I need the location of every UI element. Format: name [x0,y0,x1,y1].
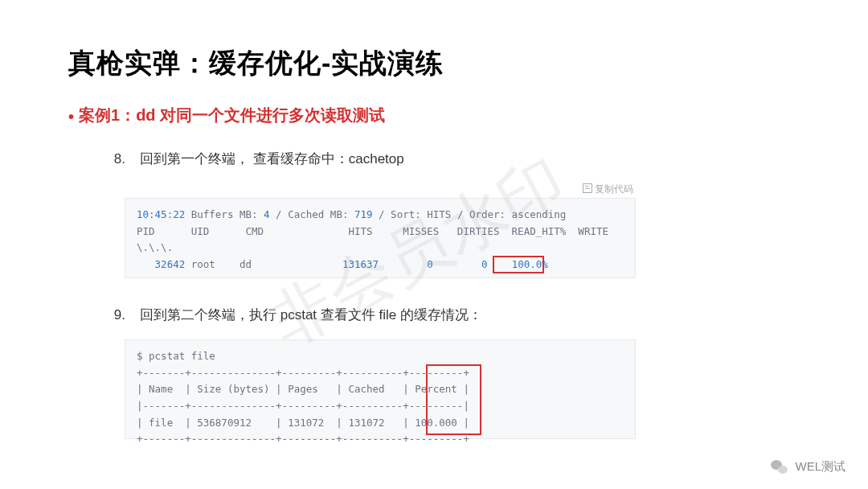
copy-label-1: 复制代码 [595,183,633,195]
code-block-pcstat: $ pcstat file +-------+--------------+--… [125,339,636,439]
code1-line1: 10:45:22 Buffers MB: 4 / Cached MB: 719 … [137,207,624,224]
wechat-icon [771,460,788,475]
code1-hits: 131637 [252,258,379,270]
step-9-number: 9. [103,307,125,323]
footer: WEL测试 [771,459,845,475]
code1-header: PID UID CMD HITS MISSES DIRTIES READ_HIT… [137,224,624,240]
code1-misses: 0 [379,258,433,270]
code2-sep-bot: +-------+--------------+---------+------… [137,431,624,448]
code1-pid: 32642 [137,258,185,270]
code1-tail: \.\.\. [137,240,624,257]
step-9-text: 回到第二个终端，执行 pcstat 查看文件 file 的缓存情况： [140,307,482,323]
step-8-number: 8. [103,151,125,167]
code1-user: root dd [185,258,252,270]
code1-row: 32642 root dd 131637 0 0 100.0% [137,257,624,273]
code1-buf-label: Buffers MB: [185,208,264,220]
copy-code-button-1[interactable]: 复制代码 [583,183,633,196]
code1-dirties: 0 [433,258,488,270]
case-subtitle: •案例1：dd 对同一个文件进行多次读取测试 [68,105,385,126]
code-block-cachetop: 复制代码 10:45:22 Buffers MB: 4 / Cached MB:… [125,198,636,278]
step-8: 8.回到第一个终端， 查看缓存命中：cachetop [103,150,404,168]
code1-sort: / Sort: HITS / Order: ascending [373,208,567,220]
code2-row: | file | 536870912 | 131072 | 131072 | 1… [137,415,624,432]
copy-icon [583,183,592,193]
step-9: 9.回到第二个终端，执行 pcstat 查看文件 file 的缓存情况： [103,306,482,324]
code2-hdr: | Name | Size (bytes) | Pages | Cached |… [137,381,624,398]
code1-timestamp: 10:45:22 [137,208,185,220]
footer-text: WEL测试 [795,459,845,475]
code1-cached: 719 [354,208,373,220]
subtitle-rest: 对同一个文件进行多次读取测试 [156,106,386,124]
code2-sep-top: +-------+--------------+---------+------… [137,365,624,382]
code2-sep-mid: |-------+--------------+---------+------… [137,398,624,415]
slide-title: 真枪实弹：缓存优化-实战演练 [68,45,444,82]
slide: 真枪实弹：缓存优化-实战演练 •案例1：dd 对同一个文件进行多次读取测试 8.… [0,0,868,489]
code1-cached-label: / Cached MB: [270,208,354,220]
step-8-text: 回到第一个终端， 查看缓存命中：cachetop [140,151,404,166]
code2-cmd: $ pcstat file [137,348,624,365]
subtitle-prefix: 案例1：dd [79,106,156,124]
bullet-icon: • [68,109,74,125]
code1-readhit: 100.0% [488,258,548,270]
code1-buf: 4 [264,208,270,220]
